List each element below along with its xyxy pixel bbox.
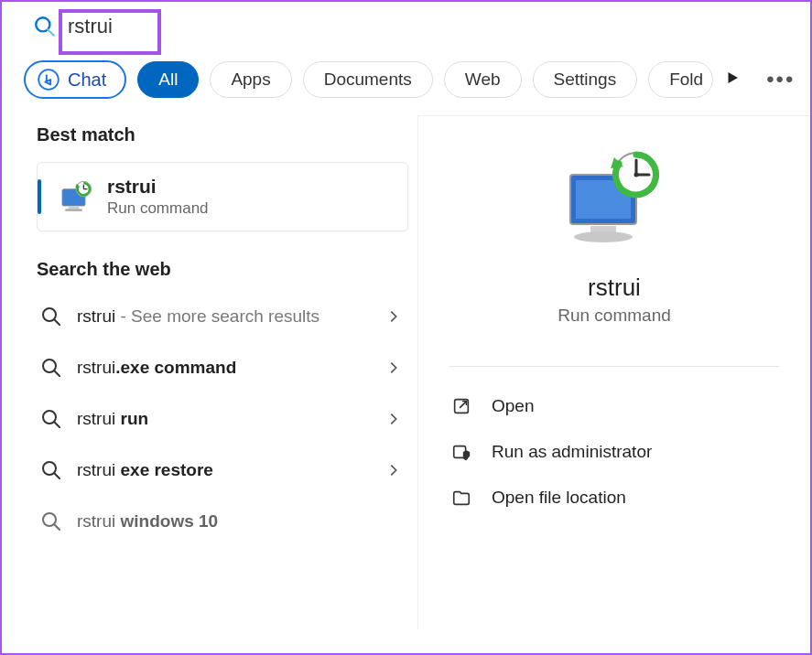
filter-documents[interactable]: Documents <box>303 61 433 98</box>
action-label: Open file location <box>492 488 626 508</box>
divider <box>449 366 779 367</box>
preview-subtitle: Run command <box>449 306 779 326</box>
svg-point-26 <box>634 173 639 177</box>
chevron-right-icon <box>386 309 401 324</box>
system-restore-icon-large <box>559 149 669 250</box>
svg-line-1 <box>48 29 54 36</box>
search-input[interactable] <box>68 15 196 38</box>
web-result-text: rstrui exe restore <box>77 460 386 480</box>
web-result[interactable]: rstrui windows 10 <box>37 496 408 547</box>
web-result-text: rstrui - See more search results <box>77 306 386 327</box>
bing-chat-icon <box>37 68 60 91</box>
best-match-result[interactable]: rstrui Run command <box>37 162 408 231</box>
chat-label: Chat <box>68 70 106 91</box>
svg-line-16 <box>54 473 60 478</box>
scroll-right-icon[interactable] <box>724 70 741 90</box>
filter-web[interactable]: Web <box>444 61 522 98</box>
more-options-icon[interactable]: ••• <box>766 67 795 92</box>
svg-line-10 <box>54 319 60 325</box>
action-run-admin[interactable]: Run as administrator <box>449 429 779 475</box>
shield-admin-icon <box>451 442 471 462</box>
filter-settings[interactable]: Settings <box>533 61 638 98</box>
chevron-right-icon <box>386 360 401 375</box>
web-result[interactable]: rstrui - See more search results <box>37 291 408 342</box>
search-web-heading: Search the web <box>37 259 408 280</box>
action-open[interactable]: Open <box>449 383 779 429</box>
best-match-subtitle: Run command <box>107 199 209 218</box>
open-icon <box>451 396 471 416</box>
system-restore-icon <box>58 178 94 215</box>
filter-all[interactable]: All <box>137 61 199 98</box>
chevron-right-icon <box>386 412 401 426</box>
web-result[interactable]: rstrui.exe command <box>37 342 408 393</box>
action-label: Run as administrator <box>492 442 652 462</box>
best-match-title: rstrui <box>107 176 209 198</box>
svg-line-14 <box>54 422 60 427</box>
chat-button[interactable]: Chat <box>24 60 126 99</box>
web-result-text: rstrui windows 10 <box>77 511 401 532</box>
search-icon <box>40 357 62 379</box>
chevron-right-icon <box>386 463 401 478</box>
filter-apps[interactable]: Apps <box>210 61 291 98</box>
web-result[interactable]: rstrui exe restore <box>37 445 408 496</box>
action-open-location[interactable]: Open file location <box>449 475 779 521</box>
svg-rect-5 <box>65 209 81 211</box>
svg-rect-4 <box>69 206 80 209</box>
search-icon <box>40 510 62 532</box>
preview-panel: rstrui Run command Open Run as administr… <box>417 115 810 629</box>
svg-line-18 <box>54 524 60 530</box>
preview-title: rstrui <box>449 274 779 302</box>
folder-icon <box>451 488 471 508</box>
svg-line-12 <box>54 370 60 376</box>
search-icon <box>40 459 62 481</box>
web-result[interactable]: rstrui run <box>37 393 408 445</box>
web-result-text: rstrui run <box>77 409 386 429</box>
search-icon <box>40 408 62 430</box>
action-label: Open <box>492 396 534 416</box>
search-icon <box>40 306 62 328</box>
best-match-heading: Best match <box>37 124 408 145</box>
svg-point-22 <box>574 231 633 242</box>
search-icon <box>33 15 57 38</box>
web-result-text: rstrui.exe command <box>77 358 386 378</box>
filter-folders[interactable]: Fold <box>648 61 713 98</box>
